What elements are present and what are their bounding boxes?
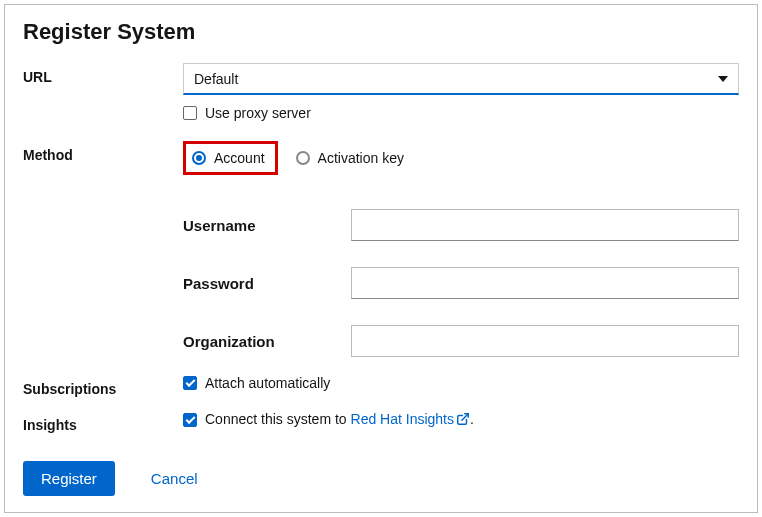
subscriptions-label: Subscriptions [23, 375, 183, 397]
actions-row: Register Cancel [23, 461, 198, 496]
url-select-value: Default [194, 71, 718, 87]
radio-icon [296, 151, 310, 165]
external-link-icon [456, 412, 470, 429]
row-method: Method Account Activation key Username [23, 141, 739, 357]
proxy-checkbox[interactable] [183, 106, 197, 120]
cancel-button[interactable]: Cancel [151, 470, 198, 487]
method-radio-activation-key[interactable]: Activation key [296, 150, 404, 166]
attach-checkbox[interactable] [183, 376, 197, 390]
method-field-col: Account Activation key Username Password… [183, 141, 739, 357]
method-label: Method [23, 141, 183, 163]
url-field-col: Default Use proxy server [183, 63, 739, 121]
row-subscriptions: Subscriptions Attach automatically [23, 375, 739, 397]
username-row: Username [183, 209, 739, 241]
register-system-panel: Register System URL Default Use proxy se… [4, 4, 758, 513]
page-title: Register System [23, 19, 739, 45]
insights-text: Connect this system to Red Hat Insights. [205, 411, 474, 429]
attach-row: Attach automatically [183, 375, 739, 391]
organization-row: Organization [183, 325, 739, 357]
method-account-highlight: Account [183, 141, 278, 175]
attach-label: Attach automatically [205, 375, 330, 391]
password-input[interactable] [351, 267, 739, 299]
svg-line-0 [462, 414, 468, 420]
insights-link[interactable]: Red Hat Insights [351, 411, 471, 427]
radio-icon-selected [192, 151, 206, 165]
organization-label: Organization [183, 333, 351, 350]
row-url: URL Default Use proxy server [23, 63, 739, 121]
register-button[interactable]: Register [23, 461, 115, 496]
url-label: URL [23, 63, 183, 85]
organization-input[interactable] [351, 325, 739, 357]
url-select[interactable]: Default [183, 63, 739, 95]
insights-suffix: . [470, 411, 474, 427]
method-activation-key-label: Activation key [318, 150, 404, 166]
method-radio-account[interactable]: Account [192, 150, 265, 166]
method-radio-group: Account Activation key [183, 141, 739, 175]
username-label: Username [183, 217, 351, 234]
insights-prefix: Connect this system to [205, 411, 351, 427]
username-input[interactable] [351, 209, 739, 241]
insights-checkbox[interactable] [183, 413, 197, 427]
insights-field-col: Connect this system to Red Hat Insights. [183, 411, 739, 429]
subscriptions-field-col: Attach automatically [183, 375, 739, 391]
insights-connect-row: Connect this system to Red Hat Insights. [183, 411, 739, 429]
chevron-down-icon [718, 76, 728, 82]
proxy-row: Use proxy server [183, 105, 739, 121]
password-label: Password [183, 275, 351, 292]
method-account-label: Account [214, 150, 265, 166]
row-insights: Insights Connect this system to Red Hat … [23, 411, 739, 433]
password-row: Password [183, 267, 739, 299]
insights-label: Insights [23, 411, 183, 433]
proxy-label: Use proxy server [205, 105, 311, 121]
